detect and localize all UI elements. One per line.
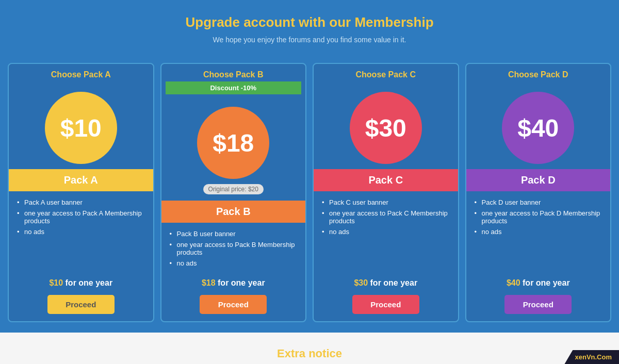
watermark: xenVn.Com xyxy=(564,350,619,364)
pack-d-feature-1: Pack D user banner xyxy=(475,198,602,206)
pack-d-circle-wrapper: $40 xyxy=(466,84,611,169)
pack-b-header: Choose Pack B Discount -10% xyxy=(161,64,306,98)
pack-c-price-circle: $30 xyxy=(350,92,422,164)
pack-d-name-banner: Pack D xyxy=(466,169,611,191)
pack-c-price: $30 xyxy=(365,114,406,142)
pack-a-price: $10 xyxy=(60,114,102,142)
pack-c-proceed-button[interactable]: Proceed xyxy=(352,295,419,314)
header-subtitle: We hope you enjoy the forums and you fin… xyxy=(10,36,609,44)
pack-b-features: Pack B user banner one year access to Pa… xyxy=(161,223,306,275)
pack-c-name: Pack C xyxy=(368,174,403,186)
pack-b-feature-1: Pack B user banner xyxy=(170,230,298,238)
pack-a-price-circle: $10 xyxy=(45,92,117,164)
pack-b-proceed-button[interactable]: Proceed xyxy=(200,295,267,314)
pack-b-title: Choose Pack B xyxy=(166,70,302,79)
pack-a-circle-wrapper: $10 xyxy=(9,84,153,169)
pack-d-price-label: $40 for one year xyxy=(466,275,611,291)
pack-d-feature-3: no ads xyxy=(475,228,602,236)
pack-a-price-label: $10 for one year xyxy=(9,275,153,291)
original-price-row: Original price: $20 xyxy=(161,184,306,198)
pack-c-circle-wrapper: $30 xyxy=(314,84,458,169)
pack-d-proceed-button[interactable]: Proceed xyxy=(504,295,572,314)
pack-a-name-banner: Pack A xyxy=(9,169,153,191)
pack-a-feature-1: Pack A user banner xyxy=(17,198,145,206)
extra-notice-section: Extra notice Extra description of the Me… xyxy=(0,333,619,364)
header-section: Upgrade account with our Membership We h… xyxy=(0,0,619,55)
pack-card-c: Choose Pack C $30 Pack C Pack C user ban… xyxy=(313,63,459,322)
pack-c-feature-1: Pack C user banner xyxy=(322,198,450,206)
pack-c-feature-3: no ads xyxy=(322,228,450,236)
pack-d-header: Choose Pack D xyxy=(466,64,611,84)
pack-b-name: Pack B xyxy=(216,206,251,217)
pack-d-price-circle: $40 xyxy=(502,92,574,164)
pack-b-circle-wrapper: $18 xyxy=(161,98,306,184)
pack-b-price: $18 xyxy=(213,129,254,157)
pack-a-features: Pack A user banner one year access to Pa… xyxy=(9,191,153,275)
pack-card-a: Choose Pack A $10 Pack A Pack A user ban… xyxy=(8,63,154,322)
extra-notice-title: Extra notice xyxy=(10,347,609,360)
pack-d-title: Choose Pack D xyxy=(470,70,607,79)
pack-a-header: Choose Pack A xyxy=(9,64,153,84)
pack-card-b: Choose Pack B Discount -10% $18 Original… xyxy=(160,63,307,322)
pack-b-feature-3: no ads xyxy=(170,259,298,267)
pack-c-title: Choose Pack C xyxy=(318,70,454,79)
page-wrapper: Upgrade account with our Membership We h… xyxy=(0,0,619,364)
pack-c-header: Choose Pack C xyxy=(314,64,458,84)
pack-c-price-label: $30 for one year xyxy=(314,275,458,291)
pack-b-name-banner: Pack B xyxy=(161,201,306,223)
pack-c-features: Pack C user banner one year access to Pa… xyxy=(314,191,458,275)
pack-a-feature-2: one year access to Pack A Membership pro… xyxy=(17,209,145,225)
page-title: Upgrade account with our Membership xyxy=(10,14,609,30)
pack-a-proceed-button[interactable]: Proceed xyxy=(47,295,115,314)
pack-b-feature-2: one year access to Pack B Membership pro… xyxy=(170,241,298,256)
original-price-badge: Original price: $20 xyxy=(203,184,264,194)
pack-d-feature-2: one year access to Pack D Membership pro… xyxy=(475,209,602,225)
pack-d-features: Pack D user banner one year access to Pa… xyxy=(466,191,611,275)
pack-d-price: $40 xyxy=(517,114,559,142)
watermark-brand: xenVn.Com xyxy=(575,353,612,361)
pack-c-name-banner: Pack C xyxy=(314,169,458,191)
pack-a-feature-3: no ads xyxy=(17,228,145,236)
pack-a-name: Pack A xyxy=(64,174,98,186)
pack-a-title: Choose Pack A xyxy=(13,70,149,79)
pack-b-price-label: $18 for one year xyxy=(161,275,306,291)
pack-c-feature-2: one year access to Pack C Membership pro… xyxy=(322,209,450,225)
pack-b-price-circle: $18 xyxy=(197,107,269,179)
discount-badge: Discount -10% xyxy=(166,81,302,94)
packs-section: Choose Pack A $10 Pack A Pack A user ban… xyxy=(0,55,619,333)
pack-card-d: Choose Pack D $40 Pack D Pack D user ban… xyxy=(465,63,612,322)
pack-d-name: Pack D xyxy=(521,174,556,186)
